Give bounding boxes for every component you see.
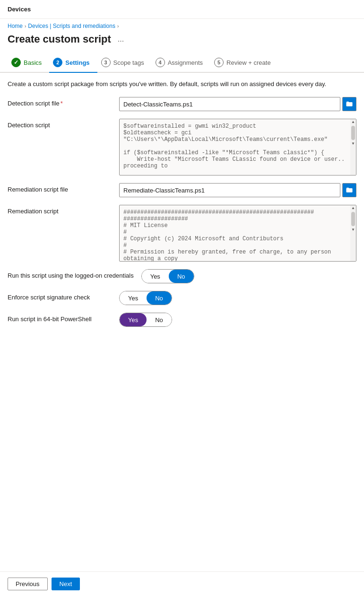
run-64bit-no[interactable]: No xyxy=(147,313,172,326)
enforce-signature-label: Enforce script signature check xyxy=(8,291,112,301)
detection-script-textarea[interactable]: $softwareinstalled = gwmi win32_product … xyxy=(120,119,350,175)
folder-icon xyxy=(346,101,353,107)
detection-script-file-row: Detection script file* xyxy=(8,97,356,111)
remediation-script-scrollbar: ▲ ▼ xyxy=(350,205,356,261)
scroll-up-arrow[interactable]: ▲ xyxy=(351,119,355,125)
remediation-script-file-label: Remediation script file xyxy=(8,183,112,193)
remediation-script-file-control xyxy=(119,183,356,197)
folder-icon-2 xyxy=(346,187,353,193)
step-circle-settings: 2 xyxy=(53,58,62,67)
run-64bit-label: Run script in 64-bit PowerShell xyxy=(8,313,112,323)
previous-button[interactable]: Previous xyxy=(8,578,48,590)
wizard-step-settings[interactable]: 2 Settings xyxy=(49,53,97,73)
step-label-assignments: Assignments xyxy=(168,59,203,66)
remediation-script-row: Remediation script #####################… xyxy=(8,205,356,262)
detection-script-file-browse-btn[interactable] xyxy=(342,97,356,111)
run-64bit-yes[interactable]: Yes xyxy=(120,313,147,326)
step-circle-assignments: 4 xyxy=(156,58,165,67)
run-as-logged-on-label: Run this script using the logged-on cred… xyxy=(8,269,134,279)
detection-script-textarea-wrap: $softwareinstalled = gwmi win32_product … xyxy=(119,119,356,175)
run-as-logged-on-row: Run this script using the logged-on cred… xyxy=(8,269,356,283)
detection-script-file-input[interactable] xyxy=(119,97,340,111)
next-button[interactable]: Next xyxy=(52,578,80,590)
breadcrumb-devices[interactable]: Devices | Scripts and remediations xyxy=(28,23,115,29)
enforce-signature-row: Enforce script signature check Yes No xyxy=(8,291,356,305)
step-circle-review: 5 xyxy=(214,58,224,67)
breadcrumb-sep-1: › xyxy=(25,24,26,29)
ellipsis-button[interactable]: ... xyxy=(115,34,127,44)
detection-script-file-control xyxy=(119,97,356,111)
detection-script-label: Detection script xyxy=(8,119,112,129)
enforce-yes[interactable]: Yes xyxy=(120,291,147,305)
wizard-step-review[interactable]: 5 Review + create xyxy=(210,53,278,72)
remediation-script-textarea-wrap: ########################################… xyxy=(119,205,356,262)
run-as-no[interactable]: No xyxy=(169,270,194,283)
wizard-step-assignments[interactable]: 4 Assignments xyxy=(152,53,210,72)
rem-scroll-down-arrow[interactable]: ▼ xyxy=(351,227,355,233)
run-as-toggle[interactable]: Yes No xyxy=(141,269,194,283)
remediation-script-label: Remediation script xyxy=(8,205,112,215)
enforce-no[interactable]: No xyxy=(147,291,172,305)
remediation-script-file-row: Remediation script file xyxy=(8,183,356,197)
rem-scroll-up-arrow[interactable]: ▲ xyxy=(351,205,355,211)
wizard-step-scope-tags[interactable]: 3 Scope tags xyxy=(97,53,152,72)
detection-script-row: Detection script $softwareinstalled = gw… xyxy=(8,119,356,175)
step-label-basics: Basics xyxy=(24,59,42,66)
run-as-yes[interactable]: Yes xyxy=(142,270,169,283)
top-nav-label: Devices xyxy=(8,6,31,13)
remediation-script-file-input[interactable] xyxy=(119,183,340,197)
step-label-scope: Scope tags xyxy=(113,59,144,66)
run-64bit-toggle[interactable]: Yes No xyxy=(119,313,172,327)
remediation-script-textarea[interactable]: ########################################… xyxy=(120,205,350,261)
main-content: Create a custom script package from scri… xyxy=(0,73,364,327)
wizard-steps: ✓ Basics 2 Settings 3 Scope tags 4 Assig… xyxy=(0,53,364,73)
rem-scroll-thumb[interactable] xyxy=(351,212,355,226)
description-text: Create a custom script package from scri… xyxy=(8,80,356,88)
remediation-script-file-browse-btn[interactable] xyxy=(342,183,356,197)
breadcrumb-sep-2: › xyxy=(117,24,119,29)
enforce-signature-toggle[interactable]: Yes No xyxy=(119,291,172,305)
step-label-review: Review + create xyxy=(226,59,271,66)
bottom-bar: Previous Next xyxy=(0,571,364,596)
scroll-down-arrow[interactable]: ▼ xyxy=(351,141,355,147)
run-64bit-row: Run script in 64-bit PowerShell Yes No xyxy=(8,313,356,327)
page-title-row: Create custom script ... xyxy=(0,31,364,53)
wizard-step-basics[interactable]: ✓ Basics xyxy=(8,53,49,72)
top-nav: Devices xyxy=(0,0,364,19)
detection-script-scrollbar: ▲ ▼ xyxy=(350,119,356,175)
detection-script-file-label: Detection script file* xyxy=(8,97,112,107)
breadcrumb: Home › Devices | Scripts and remediation… xyxy=(0,19,364,31)
page-title: Create custom script xyxy=(8,33,111,45)
step-label-settings: Settings xyxy=(65,59,89,66)
scroll-thumb[interactable] xyxy=(351,126,355,140)
step-circle-scope: 3 xyxy=(101,58,111,67)
breadcrumb-home[interactable]: Home xyxy=(8,23,23,29)
step-circle-basics: ✓ xyxy=(11,58,21,67)
